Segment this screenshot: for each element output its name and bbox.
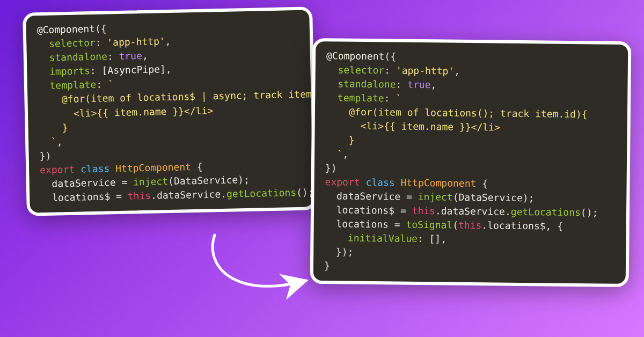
for-directive: @for(item of locations(); track item.id)… — [349, 106, 588, 120]
code-card-before: @Component({ selector: 'app-http', stand… — [23, 6, 317, 216]
export-keyword: export — [40, 164, 75, 175]
arrow-icon — [193, 230, 317, 316]
class-name: HttpComponent — [400, 177, 476, 188]
imports-key: imports — [49, 65, 90, 77]
class-name: HttpComponent — [115, 161, 191, 174]
decorator: @Component — [326, 50, 385, 62]
export-keyword: export — [325, 176, 360, 188]
selector-key: selector — [49, 37, 96, 49]
imports-value: [AsyncPipe] — [101, 63, 166, 76]
standalone-key: standalone — [49, 51, 107, 63]
template-key: template — [49, 79, 96, 91]
code-block-before: @Component({ selector: 'app-http', stand… — [37, 18, 303, 205]
selector-key: selector — [338, 64, 384, 76]
class-keyword: class — [80, 163, 110, 174]
li-template: <li>{{ item.name }}</li> — [74, 105, 213, 119]
code-block-after: @Component({ selector: 'app-http', stand… — [324, 49, 617, 276]
selector-value: 'app-http' — [107, 35, 165, 48]
for-directive: @for(item of locations$ | async; track i… — [62, 88, 335, 105]
class-keyword: class — [365, 177, 394, 188]
selector-value: 'app-http' — [396, 65, 455, 77]
template-key: template — [338, 92, 384, 104]
standalone-key: standalone — [338, 78, 396, 90]
code-card-after: @Component({ selector: 'app-http', stand… — [310, 38, 632, 287]
standalone-value: true — [407, 79, 431, 90]
decorator: @Component — [37, 23, 96, 35]
li-template: <li>{{ item.name }}</li> — [361, 120, 500, 133]
standalone-value: true — [119, 50, 142, 62]
